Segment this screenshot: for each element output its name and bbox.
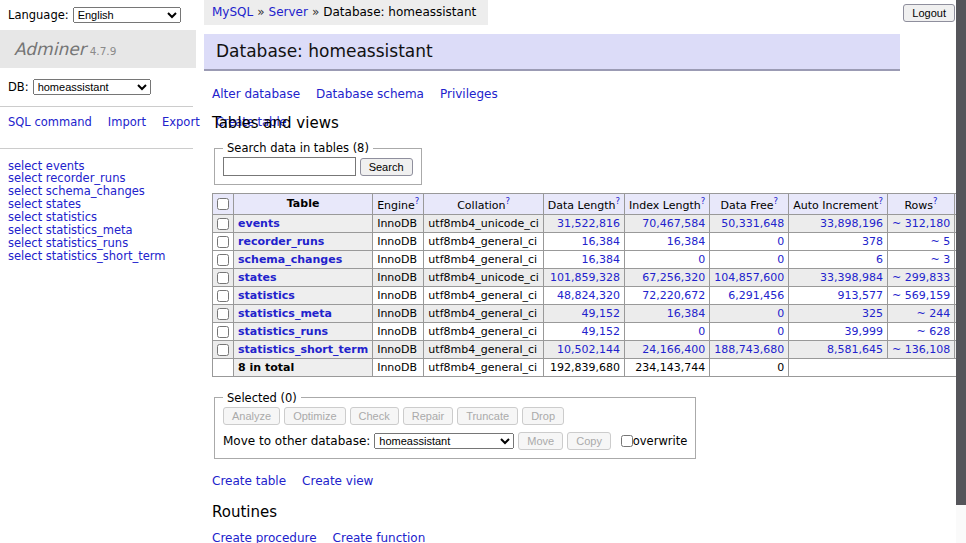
link-create-function[interactable]: Create function — [333, 531, 426, 543]
breadcrumb-server[interactable]: Server — [269, 5, 308, 19]
overwrite-checkbox[interactable] — [621, 435, 633, 447]
rows-link[interactable]: ~ 136,108 — [892, 343, 950, 356]
rows-link[interactable]: ~ 244 — [916, 307, 950, 320]
select-all-checkbox[interactable] — [217, 198, 229, 210]
data-free-link[interactable]: 50,331,648 — [721, 217, 784, 230]
table-name-link[interactable]: states — [238, 271, 277, 284]
data-length-link[interactable]: 48,824,320 — [557, 289, 620, 302]
row-checkbox[interactable] — [217, 218, 229, 230]
help-link[interactable]: ? — [774, 196, 779, 206]
auto-increment-link[interactable]: 378 — [862, 235, 883, 248]
row-checkbox[interactable] — [217, 308, 229, 320]
data-length-link[interactable]: 10,502,144 — [557, 343, 620, 356]
data-length-link[interactable]: 101,859,328 — [550, 271, 620, 284]
help-link[interactable]: ? — [878, 196, 883, 206]
auto-increment-link[interactable]: 8,581,645 — [827, 343, 883, 356]
auto-increment-link[interactable]: 39,999 — [844, 325, 883, 338]
move-db-select[interactable]: homeassistant — [374, 433, 514, 449]
link-privileges[interactable]: Privileges — [440, 87, 498, 101]
index-length-link[interactable]: 16,384 — [667, 235, 706, 248]
row-checkbox[interactable] — [217, 236, 229, 248]
auto-increment-cell: 33,398,984 — [789, 268, 888, 286]
data-free-cell: 6,291,456 — [710, 286, 789, 304]
db-select[interactable]: homeassistant — [33, 79, 151, 95]
row-checkbox[interactable] — [217, 290, 229, 302]
data-free-link[interactable]: 0 — [777, 235, 784, 248]
auto-increment-link[interactable]: 33,398,984 — [820, 271, 883, 284]
data-free-link[interactable]: 0 — [777, 325, 784, 338]
rows-link[interactable]: ~ 3 — [930, 253, 950, 266]
index-length-link[interactable]: 24,166,400 — [642, 343, 705, 356]
index-length-link[interactable]: 0 — [698, 325, 705, 338]
search-button[interactable]: Search — [360, 158, 413, 176]
data-free-link[interactable]: 188,743,680 — [714, 343, 784, 356]
link-database-schema[interactable]: Database schema — [316, 87, 424, 101]
rows-link[interactable]: ~ 312,180 — [892, 217, 950, 230]
auto-increment-link[interactable]: 6 — [876, 253, 883, 266]
row-checkbox[interactable] — [217, 272, 229, 284]
scrollbar-thumb[interactable] — [956, 0, 966, 505]
table-name-link[interactable]: recorder_runs — [238, 235, 324, 248]
data-length-link[interactable]: 49,152 — [582, 325, 621, 338]
help-link[interactable]: ? — [506, 196, 511, 206]
row-checkbox[interactable] — [217, 254, 229, 266]
table-name-link[interactable]: schema_changes — [238, 253, 342, 266]
data-length-cell: 101,859,328 — [543, 268, 624, 286]
drop-button[interactable]: Drop — [522, 407, 564, 425]
optimize-button[interactable]: Optimize — [284, 407, 345, 425]
row-checkbox[interactable] — [217, 344, 229, 356]
index-length-link[interactable]: 0 — [698, 253, 705, 266]
data-length-link[interactable]: 16,384 — [582, 253, 621, 266]
table-name-link[interactable]: statistics_runs — [238, 325, 328, 338]
sidebar-select-statistics-short-term[interactable]: select statistics_short_term — [8, 250, 200, 263]
link-create-table[interactable]: Create table — [212, 474, 286, 488]
sidebar-action-export[interactable]: Export — [162, 115, 200, 129]
help-link[interactable]: ? — [415, 196, 420, 206]
sidebar-action-sql-command[interactable]: SQL command — [8, 115, 92, 129]
auto-increment-link[interactable]: 33,898,196 — [820, 217, 883, 230]
row-checkbox[interactable] — [217, 326, 229, 338]
index-length-link[interactable]: 67,256,320 — [642, 271, 705, 284]
index-length-link[interactable]: 16,384 — [667, 307, 706, 320]
index-length-link[interactable]: 70,467,584 — [642, 217, 705, 230]
breadcrumb-mysql[interactable]: MySQL — [212, 5, 253, 19]
rows-link[interactable]: ~ 628 — [916, 325, 950, 338]
language-select[interactable]: English — [73, 7, 181, 23]
column-header-engine: Engine? — [373, 194, 424, 215]
truncate-button[interactable]: Truncate — [457, 407, 518, 425]
data-free-link[interactable]: 6,291,456 — [728, 289, 784, 302]
link-create-procedure[interactable]: Create procedure — [212, 531, 317, 543]
data-length-link[interactable]: 31,522,816 — [557, 217, 620, 230]
help-link[interactable]: ? — [933, 196, 938, 206]
data-free-link[interactable]: 104,857,600 — [714, 271, 784, 284]
move-button[interactable]: Move — [518, 432, 563, 450]
table-name-link[interactable]: statistics_meta — [238, 307, 332, 320]
sidebar-action-import[interactable]: Import — [108, 115, 146, 129]
link-create-view[interactable]: Create view — [302, 474, 373, 488]
table-name-link[interactable]: statistics_short_term — [238, 343, 368, 356]
sidebar-select-statistics-runs[interactable]: select statistics_runs — [8, 237, 200, 250]
rows-link[interactable]: ~ 5 — [930, 235, 950, 248]
check-button[interactable]: Check — [350, 407, 399, 425]
table-name-link[interactable]: statistics — [238, 289, 295, 302]
rows-link[interactable]: ~ 569,159 — [892, 289, 950, 302]
analyze-button[interactable]: Analyze — [223, 407, 280, 425]
auto-increment-link[interactable]: 913,577 — [837, 289, 883, 302]
data-free-link[interactable]: 0 — [777, 307, 784, 320]
data-length-link[interactable]: 16,384 — [582, 235, 621, 248]
data-free-link[interactable]: 0 — [777, 253, 784, 266]
help-link[interactable]: ? — [701, 196, 706, 206]
copy-button[interactable]: Copy — [567, 432, 611, 450]
logout-button[interactable]: Logout — [903, 4, 955, 22]
auto-increment-link[interactable]: 325 — [862, 307, 883, 320]
sidebar-select-statistics-meta[interactable]: select statistics_meta — [8, 224, 200, 237]
index-length-link[interactable]: 72,220,672 — [642, 289, 705, 302]
link-alter-database[interactable]: Alter database — [212, 87, 300, 101]
auto-increment-cell: 39,999 — [789, 322, 888, 340]
data-length-link[interactable]: 49,152 — [582, 307, 621, 320]
search-input[interactable] — [223, 157, 356, 176]
table-name-link[interactable]: events — [238, 217, 280, 230]
repair-button[interactable]: Repair — [403, 407, 453, 425]
help-link[interactable]: ? — [616, 196, 621, 206]
rows-link[interactable]: ~ 299,833 — [892, 271, 950, 284]
